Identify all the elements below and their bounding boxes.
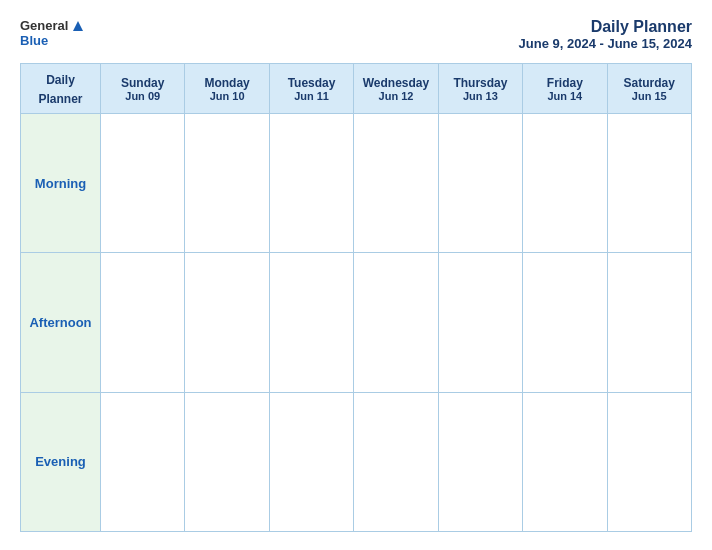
- logo: General: [20, 18, 85, 33]
- col-header-wednesday: Wednesday Jun 12: [354, 64, 438, 114]
- afternoon-row: Afternoon: [21, 253, 692, 392]
- afternoon-label: Afternoon: [21, 253, 101, 392]
- logo-blue-text: Blue: [20, 33, 48, 48]
- morning-wednesday[interactable]: [354, 114, 438, 253]
- afternoon-saturday[interactable]: [607, 253, 691, 392]
- evening-wednesday[interactable]: [354, 392, 438, 531]
- morning-sunday[interactable]: [101, 114, 185, 253]
- evening-row: Evening: [21, 392, 692, 531]
- calendar-header-row: Daily Planner Sunday Jun 09 Monday Jun 1…: [21, 64, 692, 114]
- col-header-saturday: Saturday Jun 15: [607, 64, 691, 114]
- col-header-friday: Friday Jun 14: [523, 64, 607, 114]
- afternoon-tuesday[interactable]: [269, 253, 353, 392]
- page-header: General Blue Daily Planner June 9, 2024 …: [20, 18, 692, 51]
- afternoon-monday[interactable]: [185, 253, 269, 392]
- morning-row: Morning: [21, 114, 692, 253]
- logo-area: General Blue: [20, 18, 85, 48]
- morning-saturday[interactable]: [607, 114, 691, 253]
- logo-general-text: General: [20, 18, 68, 33]
- col-header-thursday: Thursday Jun 13: [438, 64, 522, 114]
- afternoon-sunday[interactable]: [101, 253, 185, 392]
- afternoon-friday[interactable]: [523, 253, 607, 392]
- logo-icon: [71, 19, 85, 33]
- col-header-tuesday: Tuesday Jun 11: [269, 64, 353, 114]
- evening-monday[interactable]: [185, 392, 269, 531]
- corner-header: Daily Planner: [21, 64, 101, 114]
- evening-saturday[interactable]: [607, 392, 691, 531]
- afternoon-thursday[interactable]: [438, 253, 522, 392]
- col-header-sunday: Sunday Jun 09: [101, 64, 185, 114]
- morning-friday[interactable]: [523, 114, 607, 253]
- svg-marker-0: [73, 21, 83, 31]
- morning-label: Morning: [21, 114, 101, 253]
- morning-tuesday[interactable]: [269, 114, 353, 253]
- corner-label: Daily Planner: [38, 73, 82, 106]
- calendar-table: Daily Planner Sunday Jun 09 Monday Jun 1…: [20, 63, 692, 532]
- morning-monday[interactable]: [185, 114, 269, 253]
- planner-date-range: June 9, 2024 - June 15, 2024: [519, 36, 692, 51]
- planner-title: Daily Planner: [519, 18, 692, 36]
- morning-thursday[interactable]: [438, 114, 522, 253]
- afternoon-wednesday[interactable]: [354, 253, 438, 392]
- title-area: Daily Planner June 9, 2024 - June 15, 20…: [519, 18, 692, 51]
- evening-tuesday[interactable]: [269, 392, 353, 531]
- evening-friday[interactable]: [523, 392, 607, 531]
- evening-label: Evening: [21, 392, 101, 531]
- evening-thursday[interactable]: [438, 392, 522, 531]
- col-header-monday: Monday Jun 10: [185, 64, 269, 114]
- evening-sunday[interactable]: [101, 392, 185, 531]
